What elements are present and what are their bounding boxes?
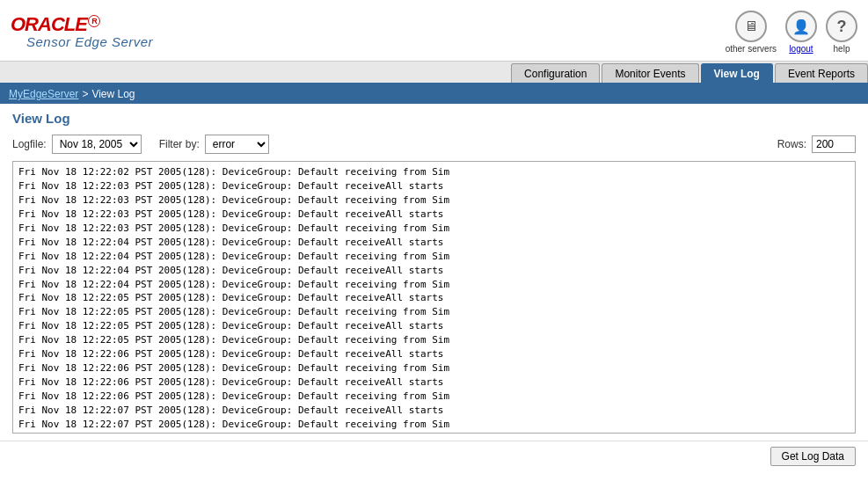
page-content: View Log Logfile: Nov 18, 2005 Filter by… — [0, 104, 868, 441]
filter-label: Filter by: — [159, 138, 200, 150]
other-servers-label: other servers — [726, 44, 777, 54]
filter-select[interactable]: error info warning all — [205, 135, 269, 154]
log-area[interactable]: Fri Nov 18 12:22:02 PST 2005(128): Devic… — [12, 161, 856, 434]
log-line: Fri Nov 18 12:22:04 PST 2005(128): Devic… — [18, 278, 850, 292]
filter-group: Filter by: error info warning all — [159, 135, 269, 154]
tab-monitor-events[interactable]: Monitor Events — [602, 63, 698, 83]
log-line: Fri Nov 18 12:22:03 PST 2005(128): Devic… — [18, 222, 850, 236]
log-line: Fri Nov 18 12:22:03 PST 2005(128): Devic… — [18, 193, 850, 208]
log-line: Fri Nov 18 12:22:07 PST 2005(128): Devic… — [18, 432, 850, 434]
log-line: Fri Nov 18 12:22:04 PST 2005(128): Devic… — [18, 250, 850, 264]
logfile-label: Logfile: — [12, 138, 47, 150]
nav-tabs: Configuration Monitor Events View Log Ev… — [0, 62, 868, 84]
rows-group: Rows: — [777, 135, 856, 153]
logo-area: ORACLER Sensor Edge Server — [11, 15, 153, 49]
logout-icon: 👤 — [785, 11, 817, 42]
oracle-logo: ORACLER — [11, 15, 153, 34]
other-servers-nav[interactable]: 🖥 other servers — [726, 11, 777, 54]
header-icons: 🖥 other servers 👤 logout ? help — [726, 11, 857, 54]
controls-row: Logfile: Nov 18, 2005 Filter by: error i… — [12, 135, 856, 154]
rows-label: Rows: — [777, 138, 806, 150]
log-line: Fri Nov 18 12:22:02 PST 2005(128): Devic… — [18, 165, 850, 179]
breadcrumb-server[interactable]: MyEdgeServer — [9, 88, 78, 100]
tab-event-reports[interactable]: Event Reports — [775, 63, 868, 83]
log-line: Fri Nov 18 12:22:04 PST 2005(128): Devic… — [18, 236, 850, 250]
log-line: Fri Nov 18 12:22:05 PST 2005(128): Devic… — [18, 291, 850, 305]
rows-input[interactable] — [812, 135, 856, 153]
log-line: Fri Nov 18 12:22:05 PST 2005(128): Devic… — [18, 305, 850, 319]
help-label: help — [834, 44, 850, 54]
log-line: Fri Nov 18 12:22:03 PST 2005(128): Devic… — [18, 208, 850, 222]
help-icon: ? — [826, 11, 857, 42]
logout-nav[interactable]: 👤 logout — [785, 11, 817, 54]
get-log-button[interactable]: Get Log Data — [770, 447, 856, 466]
breadcrumb-sep: > — [82, 88, 88, 100]
oracle-text: ORACLE — [11, 13, 87, 35]
logfile-select[interactable]: Nov 18, 2005 — [52, 135, 142, 154]
other-servers-icon: 🖥 — [735, 11, 767, 42]
logout-label: logout — [789, 44, 813, 54]
log-line: Fri Nov 18 12:22:06 PST 2005(128): Devic… — [18, 347, 850, 361]
log-line: Fri Nov 18 12:22:03 PST 2005(128): Devic… — [18, 179, 850, 193]
breadcrumb: MyEdgeServer > View Log — [0, 84, 868, 104]
log-line: Fri Nov 18 12:22:06 PST 2005(128): Devic… — [18, 361, 850, 375]
log-line: Fri Nov 18 12:22:06 PST 2005(128): Devic… — [18, 390, 850, 404]
footer: Get Log Data — [0, 441, 868, 471]
header: ORACLER Sensor Edge Server 🖥 other serve… — [0, 0, 868, 62]
tab-configuration[interactable]: Configuration — [511, 63, 600, 83]
log-line: Fri Nov 18 12:22:05 PST 2005(128): Devic… — [18, 319, 850, 333]
header-right: 🖥 other servers 👤 logout ? help — [726, 11, 857, 54]
tab-view-log[interactable]: View Log — [701, 63, 773, 83]
log-line: Fri Nov 18 12:22:07 PST 2005(128): Devic… — [18, 418, 850, 432]
product-name: Sensor Edge Server — [26, 34, 153, 49]
log-line: Fri Nov 18 12:22:07 PST 2005(128): Devic… — [18, 404, 850, 418]
breadcrumb-current: View Log — [91, 88, 135, 100]
log-line: Fri Nov 18 12:22:06 PST 2005(128): Devic… — [18, 375, 850, 390]
log-line: Fri Nov 18 12:22:05 PST 2005(128): Devic… — [18, 333, 850, 347]
logfile-group: Logfile: Nov 18, 2005 — [12, 135, 142, 154]
help-nav[interactable]: ? help — [826, 11, 857, 54]
page-title: View Log — [12, 111, 856, 126]
registered-trademark: R — [88, 15, 100, 27]
log-line: Fri Nov 18 12:22:04 PST 2005(128): Devic… — [18, 264, 850, 278]
